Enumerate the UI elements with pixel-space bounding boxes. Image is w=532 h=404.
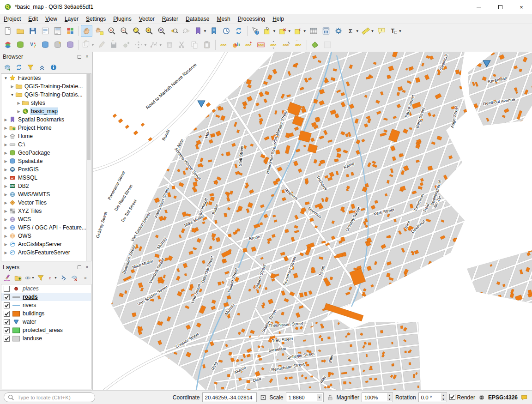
rotate-label-button[interactable]: abc xyxy=(280,39,292,51)
chevron-right-icon[interactable]: ▶ xyxy=(3,184,9,188)
browser-item-postgis[interactable]: ▶PostGIS xyxy=(1,165,91,174)
chevron-right-icon[interactable]: ▶ xyxy=(9,84,15,89)
layout-manager-button[interactable] xyxy=(52,25,63,37)
browser-item-project-home[interactable]: ▶Project Home xyxy=(1,124,91,132)
new-scratch-layer-button[interactable] xyxy=(52,39,63,51)
pan-map-button[interactable] xyxy=(81,25,92,37)
browser-item-basic-map[interactable]: ▶basic_map xyxy=(1,107,91,115)
open-project-button[interactable] xyxy=(14,25,26,37)
filter-browser-button[interactable] xyxy=(25,62,36,72)
browser-item-wfs-ogc-api-feature-[interactable]: ▶WFS / OGC API - Feature... xyxy=(1,223,91,232)
chevron-right-icon[interactable]: ▶ xyxy=(3,159,9,163)
layer-item-roads[interactable]: roads xyxy=(1,293,91,301)
add-selected-layers-button[interactable] xyxy=(2,62,12,72)
save-project-button[interactable] xyxy=(27,25,38,37)
panel-overflow-chevron[interactable]: » xyxy=(80,272,91,283)
menu-raster[interactable]: Raster xyxy=(158,14,182,24)
chevron-right-icon[interactable]: ▶ xyxy=(3,168,9,172)
browser-scrollbar[interactable] xyxy=(86,74,91,261)
browser-item-wcs[interactable]: ▶WCS xyxy=(1,215,91,223)
browser-item-qgis-training-data-e-[interactable]: ▶QGIS-Training-Data\e... xyxy=(1,82,91,90)
layer-visibility-checkbox[interactable] xyxy=(4,286,10,292)
browser-item-favorites[interactable]: ▼Favorites xyxy=(1,74,91,82)
menu-processing[interactable]: Processing xyxy=(234,14,269,24)
style-manager-button[interactable] xyxy=(64,25,76,37)
extent-toggle-icon[interactable] xyxy=(259,393,267,402)
chevron-down-icon[interactable]: ▼ xyxy=(3,76,9,80)
browser-item-arcgisfeatureserver[interactable]: ▶ArcGisFeatureServer xyxy=(1,248,91,257)
filter-legend-button[interactable] xyxy=(36,272,46,283)
identify-features-button[interactable]: i xyxy=(250,25,261,37)
pan-to-selection-button[interactable] xyxy=(93,25,105,37)
new-geopackage-button[interactable] xyxy=(14,39,26,51)
magnifier-spinner[interactable]: 100%▲▼ xyxy=(362,392,393,402)
zoom-full-button[interactable] xyxy=(131,25,142,37)
menu-mesh[interactable]: Mesh xyxy=(213,14,234,24)
browser-item-spatialite[interactable]: ▶SpatiaLite xyxy=(1,157,91,165)
remove-layer-button[interactable] xyxy=(69,272,79,283)
chevron-down-icon[interactable]: ▼ xyxy=(9,93,15,97)
map-tips-button[interactable]: i xyxy=(376,25,387,37)
float-panel-icon[interactable] xyxy=(77,265,82,270)
chevron-right-icon[interactable]: ▶ xyxy=(16,109,22,114)
menu-database[interactable]: Database xyxy=(182,14,213,24)
collapse-all-button[interactable] xyxy=(36,62,47,72)
map-area[interactable]: Road to Marloth Nature ReserveGeelhoutKa… xyxy=(93,52,532,390)
browser-item-xyz-tiles[interactable]: ▶XYZ Tiles xyxy=(1,207,91,215)
new-spatialite-button[interactable] xyxy=(39,39,51,51)
annotation-button[interactable]: T▼ xyxy=(388,25,403,37)
browser-item-wms-wmts[interactable]: ▶WMS/WMTS xyxy=(1,190,91,199)
layer-visibility-checkbox[interactable] xyxy=(4,327,10,333)
layer-item-rivers[interactable]: rivers xyxy=(1,301,91,309)
chevron-right-icon[interactable]: ▶ xyxy=(3,134,9,139)
plugin-button[interactable] xyxy=(309,39,321,51)
zoom-out-button[interactable] xyxy=(118,25,130,37)
new-print-layout-button[interactable] xyxy=(39,25,51,37)
chevron-right-icon[interactable]: ▶ xyxy=(3,193,9,197)
layer-labeling-button[interactable]: abc xyxy=(218,39,230,51)
zoom-in-button[interactable] xyxy=(106,25,117,37)
browser-item-arcgismapserver[interactable]: ▶ArcGisMapServer xyxy=(1,240,91,248)
browser-item-c-[interactable]: ▶C:\ xyxy=(1,140,91,149)
close-button[interactable]: × xyxy=(511,0,532,14)
statistics-button[interactable]: Σ▼ xyxy=(345,25,360,37)
layer-item-landuse[interactable]: landuse xyxy=(1,334,91,343)
chevron-right-icon[interactable]: ▶ xyxy=(3,201,9,205)
menu-plugins[interactable]: Plugins xyxy=(109,14,135,24)
browser-item-qgis-training-data-s-[interactable]: ▼QGIS-Training-Data\s... xyxy=(1,90,91,99)
menu-view[interactable]: View xyxy=(42,14,61,24)
new-virtual-layer-button[interactable] xyxy=(64,39,76,51)
render-checkbox[interactable]: Render xyxy=(449,394,475,401)
layer-diagram-button[interactable] xyxy=(230,39,242,51)
lock-scale-icon[interactable] xyxy=(326,393,334,402)
layer-visibility-checkbox[interactable] xyxy=(4,302,10,308)
browser-item-ows[interactable]: ▶OWS xyxy=(1,232,91,240)
properties-widget-button[interactable] xyxy=(48,62,59,72)
open-attribute-table-button[interactable] xyxy=(308,25,320,37)
close-panel-icon[interactable]: × xyxy=(85,265,90,270)
show-bookmarks-button[interactable] xyxy=(208,25,220,37)
menu-project[interactable]: Project xyxy=(0,14,24,24)
layer-visibility-checkbox[interactable] xyxy=(4,294,10,300)
filter-by-expression-button[interactable]: ε▼ xyxy=(47,272,57,283)
add-group-button[interactable] xyxy=(13,272,23,283)
manage-map-themes-button[interactable]: ▼ xyxy=(24,272,35,283)
map-canvas[interactable]: Road to Marloth Nature ReserveGeelhoutKa… xyxy=(93,52,532,390)
browser-item-db2[interactable]: ▶DB2DB2 xyxy=(1,182,91,190)
coordinate-input[interactable]: 20.46259,-34.02814 xyxy=(202,392,257,402)
browser-item-geopackage[interactable]: ▶GeoPackage xyxy=(1,149,91,157)
layer-item-places[interactable]: places xyxy=(1,284,91,293)
chevron-right-icon[interactable]: ▶ xyxy=(3,209,9,213)
layer-item-buildings[interactable]: buildings xyxy=(1,309,91,318)
chevron-right-icon[interactable]: ▶ xyxy=(3,217,9,222)
select-features-button[interactable]: ▼ xyxy=(262,25,277,37)
processing-toolbox-button[interactable] xyxy=(333,25,345,37)
zoom-to-selection-button[interactable] xyxy=(143,25,155,37)
menu-layer[interactable]: Layer xyxy=(61,14,82,24)
menu-help[interactable]: Help xyxy=(269,14,288,24)
deselect-features-button[interactable]: ▼ xyxy=(278,25,292,37)
select-by-expression-button[interactable]: ε▼ xyxy=(293,25,307,37)
minimize-button[interactable] xyxy=(468,0,490,14)
refresh-browser-button[interactable] xyxy=(13,62,24,72)
rotation-spinner[interactable]: 0.0 °▲▼ xyxy=(418,392,447,402)
